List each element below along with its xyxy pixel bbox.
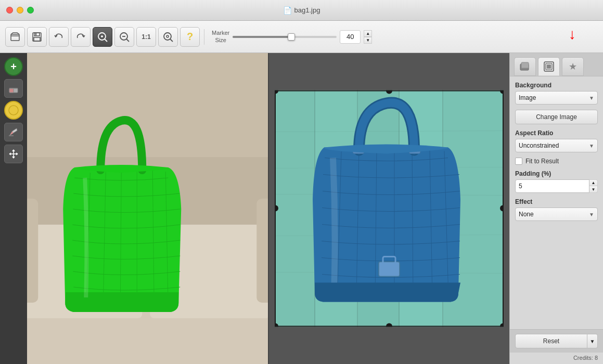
svg-point-38	[500, 205, 504, 212]
open-button[interactable]	[5, 27, 25, 47]
marker-slider-container[interactable]	[233, 36, 337, 38]
marker-increment-button[interactable]: ▲	[364, 30, 372, 37]
adjust-icon	[543, 61, 555, 72]
effect-label: Effect	[515, 198, 598, 205]
panel-footer-area: Reset ▼ Credits: 8	[510, 329, 603, 364]
padding-section: Padding (%) 5 ▲ ▼	[515, 170, 598, 193]
fit-to-result-label: Fit to Result	[525, 158, 559, 165]
toolbar: 1:1 ? Marker Size 40 ▲ ▼	[0, 21, 603, 53]
add-foreground-button[interactable]: +	[4, 57, 23, 76]
effect-value: None	[519, 211, 534, 218]
marker-size-slider[interactable]	[233, 36, 337, 38]
svg-point-18	[9, 106, 18, 115]
svg-rect-72	[547, 64, 551, 69]
close-button[interactable]	[6, 7, 13, 14]
padding-stepper: ▲ ▼	[589, 179, 598, 193]
change-image-button[interactable]: Change Image	[515, 110, 598, 124]
svg-rect-26	[256, 199, 267, 303]
marker-decrement-button[interactable]: ▼	[364, 37, 372, 44]
aspect-ratio-label: Aspect Ratio	[515, 129, 598, 137]
redo-button[interactable]	[71, 27, 91, 47]
save-button[interactable]	[27, 27, 47, 47]
svg-point-34	[275, 90, 278, 94]
svg-rect-33	[275, 91, 503, 327]
svg-point-41	[500, 323, 504, 327]
svg-point-36	[500, 90, 504, 94]
zoom-reset-label: 1:1	[142, 33, 150, 41]
original-canvas[interactable]	[27, 53, 269, 364]
maximize-button[interactable]	[27, 7, 34, 14]
svg-point-40	[386, 323, 392, 327]
svg-rect-16	[9, 88, 14, 93]
effect-section: Effect None ▼	[515, 198, 598, 221]
svg-rect-4	[35, 33, 36, 35]
window-title: 📄 bag1.jpg	[283, 6, 320, 15]
add-label: +	[10, 61, 17, 73]
eraser-button[interactable]	[4, 79, 23, 98]
marker-size-label: Marker Size	[212, 30, 229, 43]
svg-point-39	[275, 323, 278, 327]
zoom-fit-button[interactable]	[158, 27, 178, 47]
svg-line-8	[105, 39, 107, 42]
reset-button[interactable]: Reset	[515, 334, 587, 348]
reset-label: Reset	[543, 337, 559, 345]
toolbar-separator	[204, 29, 204, 45]
titlebar: 📄 bag1.jpg	[0, 0, 603, 21]
tab-background[interactable]	[514, 57, 536, 76]
chevron-down-icon-3: ▼	[589, 212, 594, 217]
undo-button[interactable]	[49, 27, 69, 47]
padding-value-display[interactable]: 5	[515, 179, 589, 193]
svg-point-12	[164, 33, 171, 40]
marker-value-text: 40	[347, 33, 354, 41]
svg-rect-2	[34, 33, 40, 36]
svg-point-37	[275, 205, 278, 212]
chevron-down-icon-2: ▼	[589, 143, 594, 149]
effect-select[interactable]: None ▼	[515, 207, 598, 221]
marker-size-group: Marker Size 40 ▲ ▼	[212, 30, 372, 43]
padding-label: Padding (%)	[515, 170, 598, 177]
canvas-area	[27, 53, 509, 364]
layers-icon	[519, 61, 531, 72]
title-text: bag1.jpg	[294, 6, 320, 14]
svg-line-11	[126, 39, 129, 42]
zoom-out-button[interactable]	[114, 27, 134, 47]
padding-input-group: 5 ▲ ▼	[515, 179, 598, 193]
chevron-down-icon-4: ▼	[590, 339, 595, 344]
padding-value-text: 5	[519, 183, 522, 190]
svg-point-35	[386, 90, 392, 94]
move-tool-button[interactable]	[4, 145, 23, 163]
svg-point-13	[166, 35, 169, 37]
svg-line-14	[170, 39, 173, 42]
window-controls	[6, 7, 34, 14]
fit-to-result-checkbox[interactable]	[515, 158, 522, 165]
svg-rect-69	[521, 62, 529, 68]
reset-dropdown-button[interactable]: ▼	[587, 334, 598, 348]
paint-button[interactable]	[4, 101, 23, 120]
result-canvas[interactable]	[269, 53, 510, 364]
aspect-ratio-value: Unconstrained	[519, 142, 559, 149]
panel-tabs: ★	[510, 53, 603, 76]
aspect-ratio-select[interactable]: Unconstrained ▼	[515, 139, 598, 152]
background-type-select[interactable]: Image ▼	[515, 91, 598, 105]
marker-value-display: 40	[340, 30, 361, 44]
padding-increment-button[interactable]: ▲	[589, 179, 598, 186]
minimize-button[interactable]	[17, 7, 23, 14]
file-icon: 📄	[283, 6, 292, 15]
change-image-label: Change Image	[536, 113, 577, 121]
background-eraser-button[interactable]	[4, 123, 23, 141]
padding-decrement-button[interactable]: ▼	[589, 186, 598, 193]
zoom-reset-button[interactable]: 1:1	[136, 27, 156, 47]
zoom-in-button[interactable]	[93, 27, 112, 47]
star-icon: ★	[569, 61, 577, 72]
tab-favorites[interactable]: ★	[562, 57, 584, 76]
svg-rect-3	[34, 37, 40, 41]
panel-content: Background Image ▼ Change Image Aspect R…	[510, 76, 603, 329]
marker-stepper[interactable]: ▲ ▼	[364, 30, 372, 44]
svg-rect-25	[27, 199, 38, 303]
tab-adjust[interactable]	[538, 57, 560, 76]
credits-text: Credits: 8	[510, 353, 603, 364]
help-button[interactable]: ?	[180, 27, 200, 47]
left-toolbar: +	[0, 53, 27, 364]
main-area: +	[0, 53, 603, 364]
svg-rect-0	[11, 34, 19, 41]
